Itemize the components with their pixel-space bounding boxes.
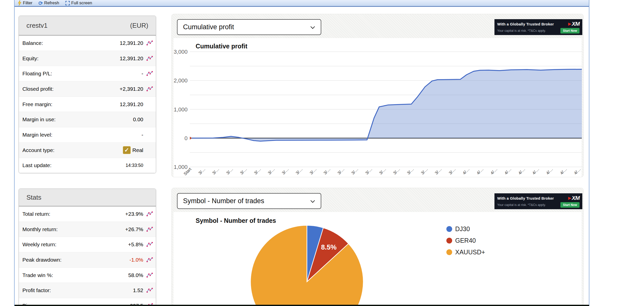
row-value: Real <box>132 147 143 153</box>
row-label: Closed profit: <box>22 86 120 92</box>
table-row: Total return: ✓ +23.9% <box>19 206 156 222</box>
table-row: Balance: ✓ 12,391.20 <box>19 36 156 51</box>
svg-text:3/…: 3/… <box>378 167 387 175</box>
mini-chart-icon[interactable] <box>145 211 154 217</box>
real-account-checkbox[interactable]: ✓ <box>123 146 131 154</box>
xm-logo: ▶XM <box>568 21 580 27</box>
profit-chart-type-select[interactable]: Cumulative profit <box>177 19 321 35</box>
mini-chart-icon[interactable] <box>145 241 154 248</box>
table-row: Floating P/L: ✓ - <box>19 66 156 81</box>
account-panel: crestv1 (EUR) Balance: ✓ 12,391.20 Equit… <box>19 16 156 173</box>
svg-text:3/…: 3/… <box>434 167 442 175</box>
row-label: Balance: <box>22 40 120 46</box>
mini-chart-icon[interactable] <box>145 287 154 294</box>
mini-chart-icon[interactable] <box>145 132 154 138</box>
refresh-icon: ⟳ <box>39 1 43 6</box>
legend-color-dot <box>446 238 452 243</box>
svg-text:2,000: 2,000 <box>174 77 188 84</box>
row-value: 58.0% <box>128 272 143 278</box>
mini-chart-icon[interactable] <box>145 226 154 233</box>
mini-chart-icon[interactable] <box>145 101 154 108</box>
row-label: Margin in use: <box>22 116 133 123</box>
ad-start-now-button[interactable]: Start Now <box>560 28 580 34</box>
svg-text:3/…: 3/… <box>406 167 415 175</box>
mini-chart-icon[interactable] <box>145 86 154 92</box>
svg-text:0: 0 <box>185 135 188 141</box>
stats-title: Stats <box>26 194 41 201</box>
svg-text:3/…: 3/… <box>239 167 248 175</box>
account-currency: (EUR) <box>130 22 148 29</box>
table-row: Margin level: ✓ - <box>19 127 156 143</box>
table-row: Equity: ✓ 12,391.20 <box>19 51 156 66</box>
row-value: - <box>141 71 143 77</box>
svg-text:3/…: 3/… <box>267 167 275 175</box>
mini-chart-icon[interactable] <box>145 116 154 123</box>
legend-label: XAUUSD+ <box>455 249 485 256</box>
svg-text:3/…: 3/… <box>323 167 331 175</box>
svg-text:4/…: 4/… <box>462 167 470 175</box>
account-rows: Balance: ✓ 12,391.20 Equity: ✓ 12,391.20 <box>19 36 156 173</box>
svg-text:3/…: 3/… <box>253 167 262 175</box>
fullscreen-icon <box>65 1 70 6</box>
toolbar: Filter ⟳ Refresh Full screen <box>15 0 589 7</box>
row-value: 14:33:50 <box>126 163 143 168</box>
page-left-border <box>14 0 15 306</box>
xm-brand: XM <box>572 195 580 201</box>
svg-text:4/…: 4/… <box>573 167 582 175</box>
row-label: Free margin: <box>22 101 120 107</box>
account-name: crestv1 <box>26 22 48 29</box>
legend-label: DJ30 <box>455 225 470 233</box>
ad-headline: With a Globally Trusted Broker <box>497 22 554 26</box>
mini-chart-icon[interactable] <box>145 272 154 279</box>
row-value: +5.8% <box>128 241 143 248</box>
chevron-down-icon <box>310 197 315 205</box>
mini-chart-icon[interactable] <box>145 70 154 77</box>
fullscreen-label: Full screen <box>71 1 92 6</box>
row-label: Monthly return: <box>22 226 125 232</box>
trades-chart-type-select[interactable]: Symbol - Number of trades <box>177 193 321 209</box>
stats-panel-header: Stats <box>19 189 156 206</box>
row-value: 12,391.20 <box>120 55 143 62</box>
legend-label: GER40 <box>455 237 476 244</box>
fullscreen-button[interactable]: Full screen <box>65 1 92 6</box>
svg-text:3/…: 3/… <box>392 167 401 175</box>
profit-select-value: Cumulative profit <box>183 23 234 31</box>
table-row: Weekly return: ✓ +5.8% <box>19 237 156 252</box>
trades-select-value: Symbol - Number of trades <box>183 197 264 205</box>
row-label: Profit factor: <box>22 287 133 293</box>
stats-panel: Stats Total return: ✓ +23.9% Monthly ret… <box>19 189 156 306</box>
legend-item-ger40: GER40 <box>446 237 485 244</box>
ad-start-now-button[interactable]: Start Now <box>560 202 580 208</box>
xm-logo: ▶XM <box>568 195 580 201</box>
legend-color-dot <box>446 226 452 232</box>
lightning-icon <box>18 0 22 6</box>
mini-chart-icon[interactable] <box>145 55 154 62</box>
refresh-button[interactable]: ⟳ Refresh <box>39 1 59 6</box>
table-row: Monthly return: ✓ +26.7% <box>19 222 156 237</box>
symbol-trades-pie-chart[interactable] <box>173 212 582 306</box>
svg-text:3,000: 3,000 <box>174 49 188 55</box>
legend-item-dj30: DJ30 <box>446 225 485 233</box>
svg-text:3/…: 3/… <box>197 167 206 175</box>
mini-chart-icon[interactable] <box>145 147 154 154</box>
table-row: Account type: ✓ Real <box>19 143 156 158</box>
filter-label: Filter <box>23 1 32 6</box>
xm-ad-banner[interactable]: With a Globally Trusted Broker ▶XM Your … <box>494 19 582 35</box>
mini-chart-icon[interactable] <box>145 40 154 46</box>
svg-text:4/…: 4/… <box>476 167 484 175</box>
pie-legend: DJ30GER40XAUUSD+ <box>446 225 485 260</box>
cumulative-profit-chart[interactable]: 3,0002,0001,0000-1,000Start3/…3/…3/…3/…3… <box>173 38 582 177</box>
svg-text:1,000: 1,000 <box>174 106 188 113</box>
row-label: Account type: <box>22 147 123 153</box>
ad-headline: With a Globally Trusted Broker <box>497 196 554 200</box>
row-value: +26.7% <box>125 226 143 232</box>
svg-text:4/…: 4/… <box>531 167 540 175</box>
page-right-border <box>589 0 589 306</box>
xm-ad-banner[interactable]: With a Globally Trusted Broker ▶XM Your … <box>494 193 582 209</box>
filter-button[interactable]: Filter <box>18 0 32 6</box>
mini-chart-icon[interactable] <box>145 257 154 263</box>
stats-rows: Total return: ✓ +23.9% Monthly return: ✓… <box>19 206 156 306</box>
row-value: - <box>141 132 143 138</box>
svg-text:4/…: 4/… <box>517 167 526 175</box>
mini-chart-icon[interactable] <box>145 162 154 169</box>
